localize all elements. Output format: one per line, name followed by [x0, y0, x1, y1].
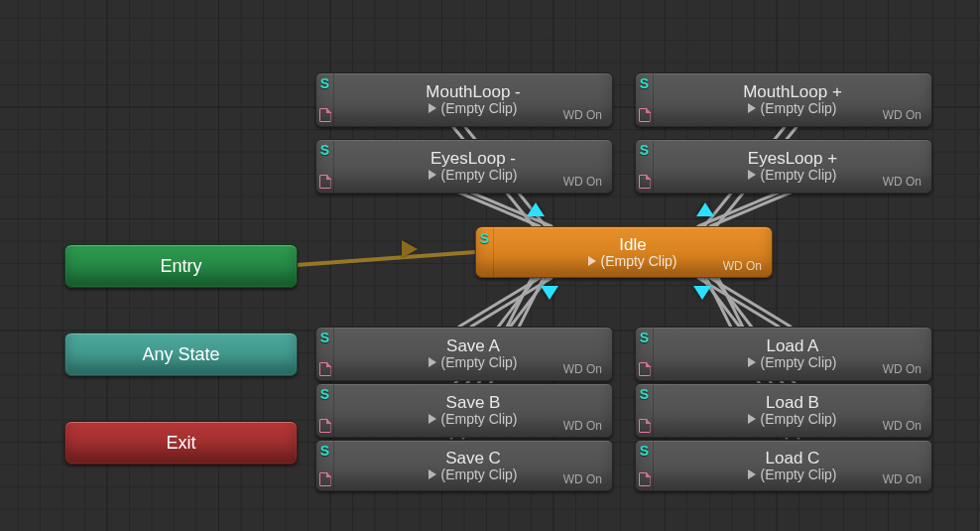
- state-title: MouthLoop -: [426, 83, 520, 100]
- state-node-load-b[interactable]: S Load B(Empty Clip) WD On: [635, 383, 932, 438]
- motion-doc-icon: [639, 108, 651, 122]
- state-node-mouthloop-plus[interactable]: S MouthLoop +(Empty Clip) WD On: [635, 72, 932, 127]
- motion-doc-icon: [639, 175, 651, 189]
- animator-graph-canvas[interactable]: Entry Any State Exit S Idle (Empty Clip)…: [0, 0, 980, 531]
- state-clip-label: (Empty Clip): [429, 100, 517, 116]
- play-icon: [429, 414, 436, 424]
- write-defaults-badge: WD On: [883, 472, 921, 486]
- write-defaults-badge: WD On: [563, 108, 602, 122]
- state-node-save-a[interactable]: S Save A(Empty Clip) WD On: [315, 327, 613, 381]
- state-node-load-c[interactable]: S Load C(Empty Clip) WD On: [635, 440, 932, 491]
- exit-label: Exit: [166, 433, 195, 454]
- motion-doc-icon: [319, 175, 331, 189]
- state-node-save-c[interactable]: S Save C(Empty Clip) WD On: [315, 440, 613, 491]
- state-node-eyesloop-plus[interactable]: S EyesLoop +(Empty Clip) WD On: [635, 139, 932, 194]
- state-clip-label: (Empty Clip): [429, 354, 517, 370]
- transition-arrow-icon: [696, 202, 714, 216]
- any-state-node[interactable]: Any State: [64, 332, 298, 376]
- motion-doc-icon: [639, 362, 651, 376]
- svg-line-7: [698, 193, 779, 226]
- svg-line-3: [459, 193, 540, 226]
- entry-arrowhead-icon: [402, 240, 418, 258]
- exit-node[interactable]: Exit: [64, 421, 298, 465]
- svg-line-8: [710, 193, 791, 226]
- state-clip-label: (Empty Clip): [748, 411, 836, 427]
- transition-arrow-icon: [541, 286, 558, 300]
- state-title: Load A: [767, 337, 819, 354]
- state-node-load-a[interactable]: S Load A(Empty Clip) WD On: [635, 327, 932, 381]
- state-title: Save C: [445, 450, 501, 466]
- any-state-label: Any State: [142, 344, 219, 365]
- sync-marker-icon: S: [320, 444, 329, 458]
- state-clip-label: (Empty Clip): [748, 167, 836, 183]
- svg-line-0: [297, 252, 475, 265]
- sync-marker-icon: S: [320, 387, 329, 401]
- play-icon: [748, 103, 756, 113]
- svg-line-10: [471, 278, 551, 327]
- play-icon: [429, 170, 436, 180]
- state-title: Save A: [446, 337, 500, 354]
- sync-marker-icon: S: [640, 444, 649, 458]
- write-defaults-badge: WD On: [563, 419, 602, 433]
- motion-doc-icon: [639, 472, 651, 486]
- write-defaults-badge: WD On: [883, 108, 921, 122]
- sync-marker-icon: S: [640, 143, 649, 157]
- entry-label: Entry: [160, 256, 201, 277]
- state-title: EyesLoop -: [430, 150, 516, 167]
- play-icon: [429, 469, 436, 479]
- state-title: Load B: [766, 394, 819, 411]
- state-node-mouthloop-minus[interactable]: S MouthLoop -(Empty Clip) WD On: [315, 72, 613, 127]
- play-icon: [748, 170, 756, 180]
- sync-marker-icon: S: [476, 227, 494, 277]
- state-clip-label: (Empty Clip): [429, 466, 517, 482]
- play-icon: [429, 103, 436, 113]
- sync-marker-icon: S: [320, 76, 329, 90]
- state-title: MouthLoop +: [743, 83, 842, 100]
- svg-line-15: [698, 278, 779, 327]
- write-defaults-badge: WD On: [563, 175, 602, 189]
- state-clip-label: (Empty Clip): [748, 354, 836, 370]
- sync-marker-icon: S: [640, 76, 649, 90]
- sync-marker-icon: S: [640, 331, 649, 344]
- sync-marker-icon: S: [320, 331, 329, 344]
- state-clip-label: (Empty Clip): [748, 100, 836, 116]
- play-icon: [429, 357, 436, 367]
- svg-line-9: [459, 278, 540, 327]
- state-title: Idle: [619, 236, 646, 253]
- state-node-save-b[interactable]: S Save B(Empty Clip) WD On: [315, 383, 613, 438]
- write-defaults-badge: WD On: [563, 472, 602, 486]
- write-defaults-badge: WD On: [883, 175, 921, 189]
- play-icon: [748, 469, 756, 479]
- svg-line-16: [710, 278, 791, 327]
- sync-marker-icon: S: [320, 143, 329, 157]
- transition-arrow-icon: [693, 286, 711, 300]
- state-clip-label: (Empty Clip): [429, 411, 517, 427]
- state-title: Load C: [766, 450, 820, 466]
- write-defaults-badge: WD On: [883, 419, 921, 433]
- svg-line-4: [471, 193, 551, 226]
- entry-node[interactable]: Entry: [64, 244, 298, 288]
- state-node-eyesloop-minus[interactable]: S EyesLoop -(Empty Clip) WD On: [315, 139, 613, 194]
- write-defaults-badge: WD On: [563, 362, 602, 376]
- state-clip-label: (Empty Clip): [588, 253, 676, 269]
- state-title: Save B: [446, 394, 501, 411]
- motion-doc-icon: [639, 419, 651, 433]
- state-clip-label: (Empty Clip): [429, 167, 517, 183]
- play-icon: [588, 256, 596, 266]
- write-defaults-badge: WD On: [723, 259, 762, 273]
- state-clip-label: (Empty Clip): [748, 466, 836, 482]
- motion-doc-icon: [319, 362, 331, 376]
- sync-marker-icon: S: [640, 387, 649, 401]
- motion-doc-icon: [319, 472, 331, 486]
- play-icon: [748, 414, 756, 424]
- motion-doc-icon: [319, 108, 331, 122]
- state-title: EyesLoop +: [748, 150, 837, 167]
- state-node-idle[interactable]: S Idle (Empty Clip) WD On: [475, 226, 773, 278]
- transition-arrow-icon: [527, 202, 545, 216]
- motion-doc-icon: [319, 419, 331, 433]
- play-icon: [748, 357, 756, 367]
- write-defaults-badge: WD On: [883, 362, 921, 376]
